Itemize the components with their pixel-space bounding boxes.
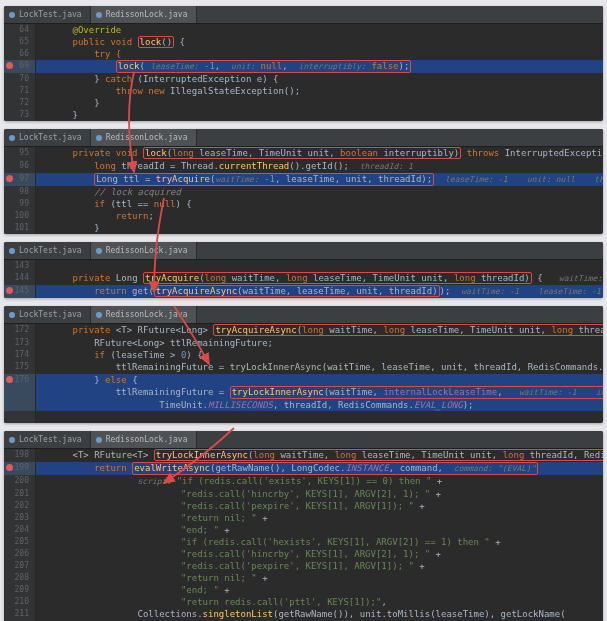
gutter[interactable]: 198 <box>4 449 36 462</box>
gutter[interactable]: 64 <box>4 24 36 36</box>
code-line[interactable]: 70 } catch (InterruptedException e) { <box>4 73 603 85</box>
code-line[interactable]: 210 "return redis.call('pttl', KEYS[1]);… <box>4 596 603 608</box>
gutter[interactable]: 211 <box>4 608 36 620</box>
tab-locktest[interactable]: LockTest.java <box>4 306 91 323</box>
code-line[interactable]: 72 } <box>4 97 603 109</box>
gutter[interactable]: 172 <box>4 324 36 337</box>
code-line[interactable]: 96 long threadId = Thread.currentThread(… <box>4 160 603 173</box>
gutter[interactable]: 173 <box>4 337 36 349</box>
code-line[interactable]: 206 "redis.call('hincrby', KEYS[1], ARGV… <box>4 548 603 560</box>
code-line[interactable]: 144 private Long tryAcquire(long waitTim… <box>4 272 603 285</box>
tab-locktest[interactable]: LockTest.java <box>4 242 91 259</box>
tab-label: LockTest.java <box>19 133 82 142</box>
code-line[interactable]: TimeUnit.MILLISECONDS, threadId, RedisCo… <box>4 399 603 411</box>
breakpoint-gutter[interactable]: 199 <box>4 462 36 475</box>
gutter[interactable]: 71 <box>4 85 36 97</box>
gutter[interactable]: 209 <box>4 584 36 596</box>
gutter[interactable]: 201 <box>4 488 36 500</box>
code-line[interactable]: 176 } else { <box>4 374 603 386</box>
code-line[interactable]: 173 RFuture<Long> ttlRemainingFuture; <box>4 337 603 349</box>
breakpoint-gutter[interactable]: 97 <box>4 173 36 186</box>
code-line[interactable]: 201 "redis.call('hincrby', KEYS[1], ARGV… <box>4 488 603 500</box>
gutter[interactable]: 99 <box>4 198 36 210</box>
code-line[interactable]: 172 private <T> RFuture<Long> tryAcquire… <box>4 324 603 337</box>
gutter[interactable]: 207 <box>4 560 36 572</box>
code-text: throw new IllegalStateException(); <box>36 85 603 97</box>
gutter[interactable]: 96 <box>4 160 36 173</box>
gutter[interactable]: 210 <box>4 596 36 608</box>
tab-redissonlock[interactable]: RedissonLock.java <box>91 129 197 146</box>
code-line[interactable]: 71 throw new IllegalStateException(); <box>4 85 603 97</box>
gutter[interactable] <box>4 386 36 399</box>
code-area-3[interactable]: 143144 private Long tryAcquire(long wait… <box>4 260 603 298</box>
code-area-2[interactable]: 95 private void lock(long leaseTime, Tim… <box>4 147 603 234</box>
gutter[interactable]: 66 <box>4 48 36 60</box>
code-text: lock( leaseTime: -1, unit: null, interru… <box>36 60 603 73</box>
gutter[interactable] <box>4 411 36 423</box>
gutter[interactable]: 101 <box>4 222 36 234</box>
code-line[interactable] <box>4 411 603 423</box>
gutter[interactable]: 143 <box>4 260 36 272</box>
code-line[interactable]: 66 try { <box>4 48 603 60</box>
code-area-1[interactable]: 64 @Override65 public void lock() {66 tr… <box>4 24 603 121</box>
gutter[interactable]: 175 <box>4 361 36 374</box>
code-line[interactable]: 198 <T> RFuture<T> tryLockInnerAsync(lon… <box>4 449 603 462</box>
gutter[interactable]: 206 <box>4 548 36 560</box>
code-line[interactable]: 95 private void lock(long leaseTime, Tim… <box>4 147 603 160</box>
gutter[interactable]: 72 <box>4 97 36 109</box>
gutter[interactable]: 203 <box>4 512 36 524</box>
gutter[interactable]: 200 <box>4 475 36 488</box>
code-line[interactable]: 145 return get(tryAcquireAsync(waitTime,… <box>4 285 603 298</box>
code-line[interactable]: 98 // lock acquired <box>4 186 603 198</box>
code-line[interactable]: 204 "end; " + <box>4 524 603 536</box>
tab-redissonlock[interactable]: RedissonLock.java <box>91 242 197 259</box>
code-line[interactable]: 73 } <box>4 109 603 121</box>
tab-redissonlock[interactable]: RedissonLock.java <box>91 6 197 23</box>
gutter[interactable]: 208 <box>4 572 36 584</box>
code-line[interactable]: 205 "if (redis.call('hexists', KEYS[1], … <box>4 536 603 548</box>
gutter[interactable]: 204 <box>4 524 36 536</box>
code-line[interactable]: 202 "redis.call('pexpire', KEYS[1], ARGV… <box>4 500 603 512</box>
code-line[interactable]: 209 "end; " + <box>4 584 603 596</box>
gutter[interactable]: 98 <box>4 186 36 198</box>
code-line[interactable]: 69 lock( leaseTime: -1, unit: null, inte… <box>4 60 603 73</box>
code-line[interactable]: 175 ttlRemainingFuture = tryLockInnerAsy… <box>4 361 603 374</box>
code-line[interactable]: 200 script: "if (redis.call('exists', KE… <box>4 475 603 488</box>
code-line[interactable]: 101 } <box>4 222 603 234</box>
code-line[interactable]: 65 public void lock() { <box>4 36 603 48</box>
code-line[interactable]: 207 "redis.call('pexpire', KEYS[1], ARGV… <box>4 560 603 572</box>
code-line[interactable]: 211 Collections.singletonList(getRawName… <box>4 608 603 620</box>
code-area-4[interactable]: 172 private <T> RFuture<Long> tryAcquire… <box>4 324 603 423</box>
tab-locktest[interactable]: LockTest.java <box>4 431 91 448</box>
tab-bar: LockTest.java RedissonLock.java <box>4 431 603 449</box>
gutter[interactable]: 202 <box>4 500 36 512</box>
gutter[interactable] <box>4 399 36 411</box>
code-line[interactable]: 203 "return nil; " + <box>4 512 603 524</box>
gutter[interactable]: 95 <box>4 147 36 160</box>
gutter[interactable]: 73 <box>4 109 36 121</box>
tab-redissonlock[interactable]: RedissonLock.java <box>91 306 197 323</box>
breakpoint-gutter[interactable]: 69 <box>4 60 36 73</box>
java-icon <box>9 12 15 18</box>
code-line[interactable]: 64 @Override <box>4 24 603 36</box>
code-line[interactable]: 100 return; <box>4 210 603 222</box>
breakpoint-gutter[interactable]: 145 <box>4 285 36 298</box>
code-line[interactable]: 97 Long ttl = tryAcquire(waitTime: -1, l… <box>4 173 603 186</box>
code-line[interactable]: ttlRemainingFuture = tryLockInnerAsync(w… <box>4 386 603 399</box>
tab-locktest[interactable]: LockTest.java <box>4 129 91 146</box>
tab-locktest[interactable]: LockTest.java <box>4 6 91 23</box>
gutter[interactable]: 144 <box>4 272 36 285</box>
gutter[interactable]: 70 <box>4 73 36 85</box>
gutter[interactable]: 205 <box>4 536 36 548</box>
code-line[interactable]: 143 <box>4 260 603 272</box>
gutter[interactable]: 174 <box>4 349 36 361</box>
gutter[interactable]: 100 <box>4 210 36 222</box>
code-line[interactable]: 208 "return nil; " + <box>4 572 603 584</box>
code-area-5[interactable]: 198 <T> RFuture<T> tryLockInnerAsync(lon… <box>4 449 603 621</box>
tab-redissonlock[interactable]: RedissonLock.java <box>91 431 197 448</box>
gutter[interactable]: 65 <box>4 36 36 48</box>
breakpoint-gutter[interactable]: 176 <box>4 374 36 386</box>
code-line[interactable]: 99 if (ttl == null) { <box>4 198 603 210</box>
code-line[interactable]: 174 if (leaseTime > 0) { <box>4 349 603 361</box>
code-line[interactable]: 199 return evalWriteAsync(getRawName(), … <box>4 462 603 475</box>
